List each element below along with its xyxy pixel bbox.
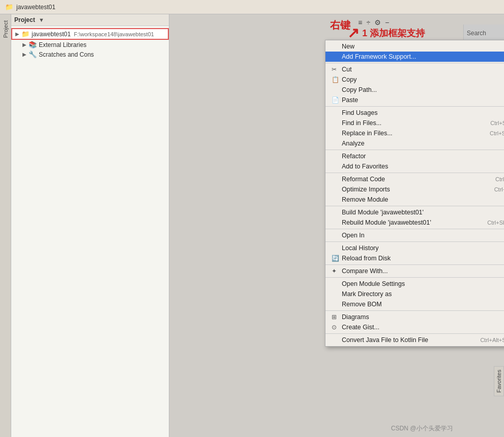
menu-separator (325, 229, 504, 229)
menu-icon-reload-disk: 🔄 (332, 255, 340, 262)
menu-label-find-in-files: Find in Files... (342, 119, 475, 127)
menu-separator (325, 264, 504, 265)
menu-label-open-module-settings: Open Module Settings (342, 280, 498, 287)
menu-item-compare-with[interactable]: ✦Compare With...Ctrl+D (325, 266, 504, 276)
menu-label-reload-disk: Reload from Disk (342, 255, 504, 262)
main-container: Project Project ▼ ▶ 📁 javawebtest01 F:\w… (0, 14, 504, 437)
tree-label-extlib: External Libraries (39, 41, 86, 48)
context-menu: New▶Add Framework Support...✂CutCtrl+X📋C… (325, 40, 504, 347)
menu-item-add-framework[interactable]: Add Framework Support... (325, 52, 504, 62)
menu-label-open-in: Open In (342, 232, 504, 239)
menu-item-remove-bom[interactable]: Remove BOM (325, 299, 504, 309)
menu-icon-diagrams: ⊞ (332, 313, 340, 321)
project-tab[interactable]: Project (1, 16, 10, 42)
menu-item-build-module[interactable]: Build Module 'javawebtest01' (325, 207, 504, 217)
menu-item-paste[interactable]: 📄PasteCtrl+V (325, 95, 504, 105)
menu-label-local-history: Local History (342, 245, 504, 252)
tree-item-scratches[interactable]: ▶ 🔧 Scratches and Cons (11, 50, 169, 59)
menu-item-copy[interactable]: 📋CopyCtrl+C (325, 75, 504, 85)
menu-item-mark-directory[interactable]: Mark Directory as▶ (325, 289, 504, 299)
project-toolbar: Project ▼ (11, 14, 169, 26)
menu-icon-paste: 📄 (332, 96, 340, 104)
tree-item-extlib[interactable]: ▶ 📚 External Libraries (11, 40, 169, 50)
menu-shortcut-convert-kotlin: Ctrl+Alt+Shift+K (480, 337, 504, 343)
title-bar: 📁 javawebtest01 (0, 0, 504, 14)
menu-icon-compare-with: ✦ (332, 268, 340, 275)
tree-arrow-scratches: ▶ (22, 52, 29, 57)
menu-icon-create-gist: ⊙ (332, 324, 340, 331)
menu-shortcut-find-in-files: Ctrl+Shift+F (490, 120, 504, 126)
menu-separator (325, 333, 504, 334)
left-tabs: Project (0, 14, 11, 437)
menu-icon-copy: 📋 (332, 76, 340, 83)
menu-label-add-framework: Add Framework Support... (342, 53, 504, 60)
menu-separator (325, 206, 504, 206)
menu-separator (325, 310, 504, 311)
tree-arrow-root: ▶ (15, 31, 21, 37)
menu-separator (325, 150, 504, 150)
menu-label-mark-directory: Mark Directory as (342, 290, 504, 298)
tree-item-root[interactable]: ▶ 📁 javawebtest01 F:\workspace148\javawe… (11, 28, 169, 40)
menu-item-copy-path[interactable]: Copy Path... (325, 85, 504, 95)
add-framework-text: 1 添加框架支持 (362, 27, 425, 39)
toolbar-btn-1[interactable]: ▼ (37, 16, 46, 23)
menu-separator (325, 173, 504, 173)
tree-arrow-extlib: ▶ (22, 42, 29, 47)
menu-label-refactor: Refactor (342, 153, 504, 160)
favorites-tab[interactable]: Favorites (494, 366, 504, 396)
menu-item-analyze[interactable]: Analyze▶ (325, 138, 504, 149)
menu-item-convert-kotlin[interactable]: Convert Java File to Kotlin FileCtrl+Alt… (325, 335, 504, 345)
menu-item-reload-disk[interactable]: 🔄Reload from Disk (325, 253, 504, 263)
menu-label-remove-bom: Remove BOM (342, 301, 504, 308)
menu-item-refactor[interactable]: Refactor▶ (325, 151, 504, 161)
menu-item-reformat[interactable]: Reformat CodeCtrl+Alt+L (325, 174, 504, 184)
menu-icon-cut: ✂ (332, 66, 340, 73)
menu-label-paste: Paste (342, 96, 489, 104)
menu-item-find-in-files[interactable]: Find in Files...Ctrl+Shift+F (325, 118, 504, 128)
project-label: Project (14, 16, 35, 23)
project-tree: ▶ 📁 javawebtest01 F:\workspace148\javawe… (11, 26, 169, 437)
window-title: javawebtest01 (16, 4, 56, 11)
lib-icon: 📚 (29, 41, 37, 48)
right-area: ≡ ÷ ⚙ − 右键 ↗ 1 添加框架支持 New▶Add Framework … (169, 14, 504, 437)
menu-label-replace-in-files: Replace in Files... (342, 130, 474, 137)
menu-shortcut-optimize: Ctrl+Alt+O (494, 186, 504, 192)
menu-label-cut: Cut (342, 66, 489, 73)
menu-shortcut-rebuild-module: Ctrl+Shift+F9 (487, 220, 504, 226)
project-panel: Project ▼ ▶ 📁 javawebtest01 F:\workspace… (11, 14, 169, 437)
menu-label-reformat: Reformat Code (342, 176, 480, 183)
menu-label-remove-module: Remove Module (342, 196, 489, 203)
menu-item-add-favorites[interactable]: Add to Favorites▶ (325, 161, 504, 172)
tree-label-scratches: Scratches and Cons (39, 51, 94, 58)
menu-item-remove-module[interactable]: Remove ModuleDelete (325, 195, 504, 205)
menu-shortcut-reformat: Ctrl+Alt+L (495, 176, 504, 182)
menu-item-cut[interactable]: ✂CutCtrl+X (325, 64, 504, 75)
folder-icon-root: 📁 (21, 30, 30, 38)
folder-icon: 📁 (5, 3, 13, 11)
menu-separator (325, 63, 504, 63)
menu-label-compare-with: Compare With... (342, 268, 489, 275)
menu-item-new[interactable]: New▶ (325, 41, 504, 52)
menu-item-open-in[interactable]: Open In▶ (325, 230, 504, 240)
menu-label-new: New (342, 43, 504, 50)
menu-item-optimize[interactable]: Optimize ImportsCtrl+Alt+O (325, 184, 504, 195)
menu-item-diagrams[interactable]: ⊞Diagrams▶ (325, 312, 504, 322)
menu-item-create-gist[interactable]: ⊙Create Gist... (325, 322, 504, 332)
tree-path: F:\workspace148\javawebtest01 (74, 31, 154, 37)
csdn-label: CSDN @小个头爱学习 (391, 424, 453, 433)
sidebar-search[interactable]: Search (467, 30, 501, 37)
menu-item-find-usages[interactable]: Find UsagesAlt+F7 (325, 108, 504, 118)
arrow-icon: ↗ (347, 25, 359, 41)
scratch-icon: 🔧 (29, 51, 37, 58)
menu-separator (325, 241, 504, 242)
add-framework-annotation: ↗ 1 添加框架支持 (347, 25, 425, 41)
menu-item-local-history[interactable]: Local History▶ (325, 243, 504, 253)
menu-item-open-module-settings[interactable]: Open Module SettingsF4 (325, 279, 504, 289)
menu-separator (325, 277, 504, 278)
menu-label-add-favorites: Add to Favorites (342, 163, 504, 170)
menu-separator (325, 106, 504, 107)
menu-label-diagrams: Diagrams (342, 313, 504, 321)
menu-label-create-gist: Create Gist... (342, 324, 504, 331)
menu-item-rebuild-module[interactable]: Rebuild Module 'javawebtest01'Ctrl+Shift… (325, 217, 504, 228)
menu-item-replace-in-files[interactable]: Replace in Files...Ctrl+Shift+R (325, 128, 504, 138)
